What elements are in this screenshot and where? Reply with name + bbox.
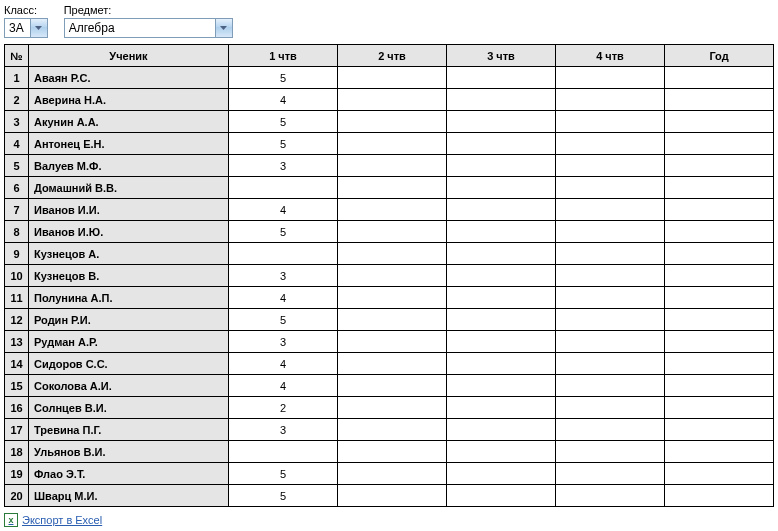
cell-q1[interactable]: 5 (229, 67, 338, 89)
cell-q2[interactable] (338, 463, 447, 485)
cell-q1[interactable] (229, 441, 338, 463)
cell-q1[interactable]: 4 (229, 89, 338, 111)
cell-q4[interactable] (556, 397, 665, 419)
cell-q3[interactable] (447, 485, 556, 507)
cell-year[interactable] (665, 155, 774, 177)
cell-year[interactable] (665, 199, 774, 221)
cell-year[interactable] (665, 353, 774, 375)
cell-q3[interactable] (447, 177, 556, 199)
cell-q2[interactable] (338, 353, 447, 375)
cell-q1[interactable]: 5 (229, 485, 338, 507)
cell-q2[interactable] (338, 133, 447, 155)
cell-year[interactable] (665, 397, 774, 419)
cell-q3[interactable] (447, 287, 556, 309)
cell-q4[interactable] (556, 375, 665, 397)
cell-year[interactable] (665, 177, 774, 199)
cell-year[interactable] (665, 133, 774, 155)
cell-q2[interactable] (338, 419, 447, 441)
cell-q3[interactable] (447, 243, 556, 265)
cell-q1[interactable]: 5 (229, 309, 338, 331)
cell-q4[interactable] (556, 353, 665, 375)
cell-q3[interactable] (447, 331, 556, 353)
cell-q3[interactable] (447, 419, 556, 441)
cell-q3[interactable] (447, 67, 556, 89)
cell-year[interactable] (665, 89, 774, 111)
cell-q1[interactable]: 2 (229, 397, 338, 419)
cell-q2[interactable] (338, 375, 447, 397)
cell-q3[interactable] (447, 221, 556, 243)
cell-q2[interactable] (338, 111, 447, 133)
cell-q2[interactable] (338, 265, 447, 287)
cell-q3[interactable] (447, 353, 556, 375)
cell-q3[interactable] (447, 441, 556, 463)
cell-q2[interactable] (338, 177, 447, 199)
cell-q2[interactable] (338, 89, 447, 111)
cell-year[interactable] (665, 419, 774, 441)
cell-q3[interactable] (447, 155, 556, 177)
cell-q4[interactable] (556, 309, 665, 331)
cell-q1[interactable]: 4 (229, 287, 338, 309)
cell-q1[interactable]: 3 (229, 265, 338, 287)
cell-q4[interactable] (556, 441, 665, 463)
cell-year[interactable] (665, 463, 774, 485)
cell-year[interactable] (665, 375, 774, 397)
cell-year[interactable] (665, 485, 774, 507)
cell-q2[interactable] (338, 441, 447, 463)
cell-q3[interactable] (447, 309, 556, 331)
class-select[interactable]: 3А (4, 18, 48, 38)
cell-q4[interactable] (556, 155, 665, 177)
cell-q4[interactable] (556, 419, 665, 441)
cell-q4[interactable] (556, 331, 665, 353)
cell-q2[interactable] (338, 309, 447, 331)
cell-q4[interactable] (556, 221, 665, 243)
cell-q2[interactable] (338, 397, 447, 419)
cell-q2[interactable] (338, 67, 447, 89)
cell-year[interactable] (665, 243, 774, 265)
cell-q1[interactable] (229, 177, 338, 199)
cell-year[interactable] (665, 265, 774, 287)
cell-q1[interactable]: 3 (229, 419, 338, 441)
cell-q1[interactable]: 4 (229, 199, 338, 221)
cell-year[interactable] (665, 287, 774, 309)
cell-q3[interactable] (447, 265, 556, 287)
cell-q1[interactable]: 3 (229, 331, 338, 353)
cell-year[interactable] (665, 309, 774, 331)
cell-q1[interactable] (229, 243, 338, 265)
cell-q2[interactable] (338, 485, 447, 507)
cell-q3[interactable] (447, 133, 556, 155)
cell-q1[interactable]: 5 (229, 463, 338, 485)
cell-q4[interactable] (556, 243, 665, 265)
export-excel-link[interactable]: x Экспорт в Excel (4, 513, 102, 527)
cell-q2[interactable] (338, 287, 447, 309)
cell-q3[interactable] (447, 375, 556, 397)
cell-q4[interactable] (556, 287, 665, 309)
cell-q4[interactable] (556, 111, 665, 133)
cell-q3[interactable] (447, 463, 556, 485)
cell-q4[interactable] (556, 67, 665, 89)
cell-q2[interactable] (338, 199, 447, 221)
cell-year[interactable] (665, 441, 774, 463)
cell-q1[interactable]: 3 (229, 155, 338, 177)
cell-q2[interactable] (338, 243, 447, 265)
cell-q1[interactable]: 4 (229, 353, 338, 375)
cell-q1[interactable]: 5 (229, 111, 338, 133)
cell-year[interactable] (665, 67, 774, 89)
cell-q1[interactable]: 4 (229, 375, 338, 397)
cell-q3[interactable] (447, 199, 556, 221)
cell-q1[interactable]: 5 (229, 221, 338, 243)
cell-q3[interactable] (447, 397, 556, 419)
cell-q1[interactable]: 5 (229, 133, 338, 155)
cell-year[interactable] (665, 221, 774, 243)
cell-q2[interactable] (338, 155, 447, 177)
subject-select[interactable]: Алгебра (64, 18, 233, 38)
cell-q4[interactable] (556, 177, 665, 199)
cell-q4[interactable] (556, 265, 665, 287)
cell-q4[interactable] (556, 485, 665, 507)
cell-q4[interactable] (556, 133, 665, 155)
cell-q4[interactable] (556, 463, 665, 485)
cell-year[interactable] (665, 111, 774, 133)
cell-q4[interactable] (556, 199, 665, 221)
cell-q2[interactable] (338, 221, 447, 243)
cell-q3[interactable] (447, 111, 556, 133)
cell-q4[interactable] (556, 89, 665, 111)
